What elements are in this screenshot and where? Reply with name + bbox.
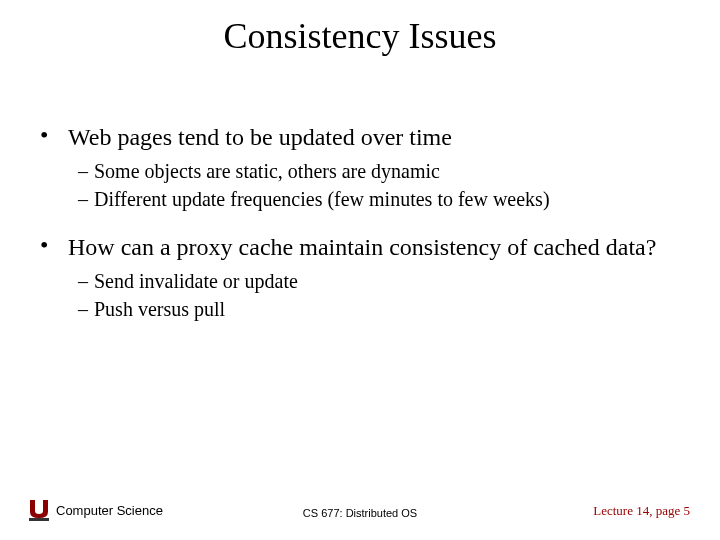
sub-list: – Send invalidate or update – Push versu… [78, 268, 690, 322]
bullet-text: Web pages tend to be updated over time [68, 122, 690, 152]
slide: Consistency Issues • Web pages tend to b… [0, 0, 720, 540]
sub-list: – Some objects are static, others are dy… [78, 158, 690, 212]
sub-bullet-text: Send invalidate or update [94, 268, 298, 294]
sub-bullet-item: – Send invalidate or update [78, 268, 690, 294]
sub-bullet-item: – Push versus pull [78, 296, 690, 322]
sub-bullet-item: – Different update frequencies (few minu… [78, 186, 690, 212]
dash-marker: – [78, 158, 94, 184]
footer-center-text: CS 677: Distributed OS [303, 507, 417, 519]
bullet-marker: • [40, 232, 68, 262]
bullet-marker: • [40, 122, 68, 152]
sub-bullet-text: Push versus pull [94, 296, 225, 322]
bullet-item: • How can a proxy cache maintain consist… [40, 232, 690, 262]
footer-left-text: Computer Science [56, 503, 163, 518]
sub-bullet-text: Some objects are static, others are dyna… [94, 158, 440, 184]
dash-marker: – [78, 296, 94, 322]
slide-content: • Web pages tend to be updated over time… [30, 122, 690, 322]
sub-bullet-text: Different update frequencies (few minute… [94, 186, 550, 212]
footer-right-text: Lecture 14, page 5 [593, 503, 690, 519]
footer-left: Computer Science [26, 498, 163, 522]
bullet-item: • Web pages tend to be updated over time [40, 122, 690, 152]
bullet-text: How can a proxy cache maintain consisten… [68, 232, 690, 262]
svg-rect-0 [29, 518, 49, 521]
slide-title: Consistency Issues [30, 15, 690, 57]
dash-marker: – [78, 186, 94, 212]
dash-marker: – [78, 268, 94, 294]
umass-logo-icon [26, 498, 52, 522]
slide-footer: Computer Science CS 677: Distributed OS … [0, 492, 720, 522]
sub-bullet-item: – Some objects are static, others are dy… [78, 158, 690, 184]
